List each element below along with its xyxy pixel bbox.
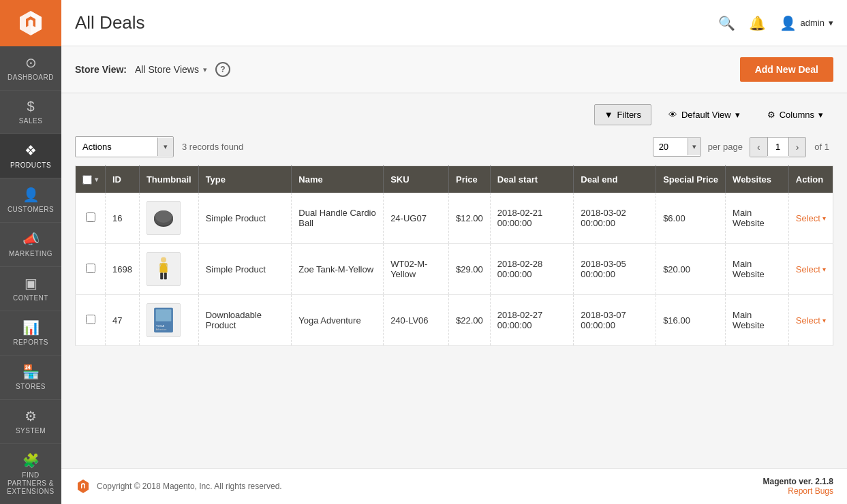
page-header: All Deals 🔍 🔔 👤 admin ▾ [61,0,847,46]
eye-icon: 👁 [668,110,677,120]
footer-version: Magento ver. 2.1.8 [763,477,833,486]
filters-button[interactable]: ▼ Filters [594,104,651,125]
page-footer: Copyright © 2018 Magento, Inc. All right… [61,468,847,504]
table-row: 16 Simple Product Dual Handle Cardio Bal… [76,193,833,244]
svg-rect-8 [164,273,167,280]
table-row: 1698 Simple Product Zoe Tank-M-Yellow WT… [76,244,833,295]
cell-price: $22.00 [449,295,491,346]
reports-icon: 📊 [22,319,40,336]
action-select-label: Select [796,213,820,223]
notifications-icon[interactable]: 🔔 [749,15,766,31]
master-checkbox-arrow[interactable]: ▾ [95,176,98,183]
action-select-button[interactable]: Select ▾ [796,264,826,274]
user-dropdown-icon: ▾ [829,18,833,28]
store-view-select[interactable]: All Store Views ▾ [135,64,207,75]
prev-page-button[interactable]: ‹ [750,138,767,157]
cell-action: Select ▾ [788,193,833,244]
table-row: 47 YOGAAdventure Downloadable Product Yo… [76,295,833,346]
table-body: 16 Simple Product Dual Handle Cardio Bal… [76,193,833,346]
cell-price: $29.00 [449,244,491,295]
next-page-button[interactable]: › [789,138,806,157]
row-checkbox[interactable] [86,264,95,273]
per-page-select-wrapper: 20 30 50 100 ▾ [653,137,701,157]
default-view-button[interactable]: 👁 Default View ▾ [658,104,750,125]
cell-name: Yoga Adventure [292,295,384,346]
cell-special-price: $6.00 [656,193,726,244]
action-select-label: Select [796,264,820,274]
row-checkbox[interactable] [86,212,95,222]
action-select-button[interactable]: Select ▾ [796,213,826,223]
action-select-button[interactable]: Select ▾ [796,315,826,326]
cell-thumbnail [139,193,198,244]
cell-price: $12.00 [449,193,491,244]
table-header-row: ▾ ID Thumbnail Type Name SKU Price Deal … [76,166,833,193]
header-action: Action [788,166,833,193]
sidebar-logo [0,0,61,46]
report-bugs-link[interactable]: Report Bugs [788,486,833,496]
cell-name: Dual Handle Cardio Ball [292,193,384,244]
cell-deal-start: 2018-02-21 00:00:00 [490,193,573,244]
sidebar-item-stores[interactable]: 🏪 STORES [0,356,61,400]
sidebar-item-marketing[interactable]: 📣 MARKETING [0,223,61,267]
filter-icon: ▼ [604,110,613,120]
actions-dropdown[interactable]: Actions Delete Disable [76,137,157,157]
sidebar: ⊙ DASHBOARD $ SALES ❖ PRODUCTS 👤 CUSTOME… [0,0,61,504]
page-input[interactable] [767,138,789,156]
sidebar-item-find-partners[interactable]: 🧩 FIND PARTNERS & EXTENSIONS [0,444,61,504]
actions-dropdown-arrow[interactable]: ▾ [157,138,173,156]
store-view-chevron-icon: ▾ [203,65,207,74]
sidebar-item-content[interactable]: ▣ CONTENT [0,267,61,311]
sidebar-item-sales[interactable]: $ SALES [0,91,61,134]
cell-action: Select ▾ [788,244,833,295]
sidebar-item-label: SYSTEM [16,427,46,435]
row-checkbox-cell [76,193,106,244]
header-websites: Websites [726,166,789,193]
actions-bar: Actions Delete Disable ▾ 3 records found… [61,131,847,166]
view-chevron-icon: ▾ [735,110,740,120]
per-page-dropdown[interactable]: 20 30 50 100 [653,138,688,156]
row-checkbox[interactable] [86,315,95,324]
cell-websites: Main Website [726,244,789,295]
default-view-label: Default View [681,110,731,120]
search-icon[interactable]: 🔍 [718,15,735,31]
columns-chevron-icon: ▾ [818,110,823,120]
svg-rect-7 [160,273,163,280]
cell-id: 1698 [106,244,140,295]
cell-id: 16 [106,193,140,244]
magento-footer-logo [75,478,91,494]
page-of-total: of 1 [810,142,833,152]
customers-icon: 👤 [22,187,40,203]
sidebar-item-customers[interactable]: 👤 CUSTOMERS [0,178,61,223]
product-thumbnail [147,252,181,286]
cell-websites: Main Website [726,295,789,346]
action-select-chevron-icon: ▾ [822,215,826,222]
store-view-label: Store View: [75,64,127,75]
header-type: Type [198,166,292,193]
columns-button[interactable]: ⚙ Columns ▾ [757,104,833,125]
sidebar-item-label: DASHBOARD [7,74,54,82]
sidebar-item-label: CONTENT [13,294,48,302]
store-view-bar: Store View: All Store Views ▾ ? Add New … [61,46,847,93]
page-title: All Deals [75,12,145,33]
user-menu[interactable]: 👤 admin ▾ [780,15,833,31]
row-checkbox-cell [76,295,106,346]
per-page-arrow[interactable]: ▾ [688,138,700,155]
sidebar-item-dashboard[interactable]: ⊙ DASHBOARD [0,46,61,91]
svg-point-2 [155,210,172,223]
cell-deal-start: 2018-02-28 00:00:00 [490,244,573,295]
footer-copyright: Copyright © 2018 Magento, Inc. All right… [97,482,282,491]
sales-icon: $ [27,99,34,114]
footer-logo: Copyright © 2018 Magento, Inc. All right… [75,478,282,494]
cell-sku: 240-LV06 [384,295,449,346]
columns-icon: ⚙ [767,110,775,120]
cell-type: Downloadable Product [198,295,292,346]
sidebar-item-products[interactable]: ❖ PRODUCTS [0,134,61,178]
sidebar-item-reports[interactable]: 📊 REPORTS [0,311,61,356]
help-icon[interactable]: ? [215,62,230,77]
cell-type: Simple Product [198,193,292,244]
add-new-deal-button[interactable]: Add New Deal [740,57,833,82]
sidebar-item-system[interactable]: ⚙ SYSTEM [0,400,61,444]
cell-thumbnail [139,244,198,295]
master-checkbox[interactable] [82,175,92,185]
footer-right: Magento ver. 2.1.8 Report Bugs [763,477,833,496]
